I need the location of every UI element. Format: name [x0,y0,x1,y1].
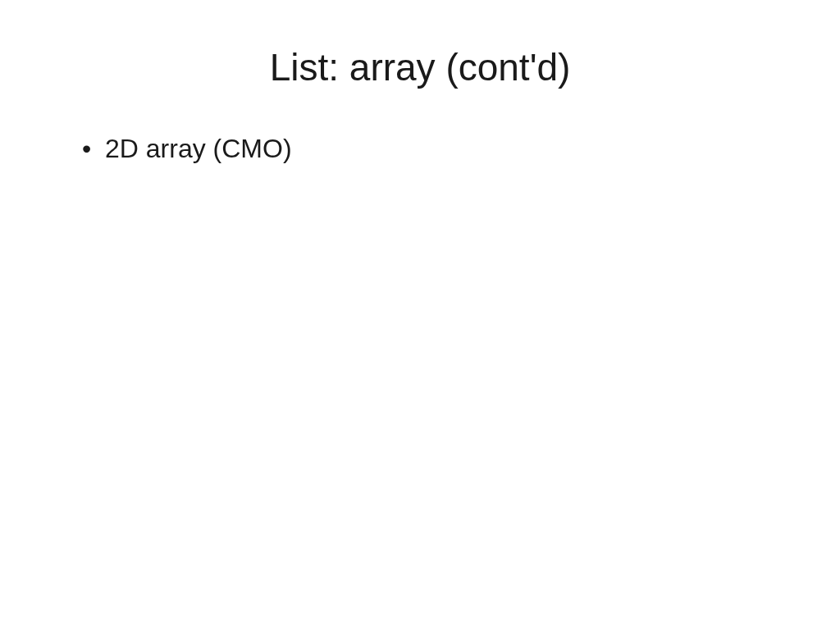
bullet-list: 2D array (CMO) [82,130,783,167]
slide-content: 2D array (CMO) [57,130,783,167]
slide-container: List: array (cont'd) 2D array (CMO) [0,0,840,630]
bullet-item: 2D array (CMO) [82,130,783,167]
slide-title: List: array (cont'd) [57,45,783,89]
